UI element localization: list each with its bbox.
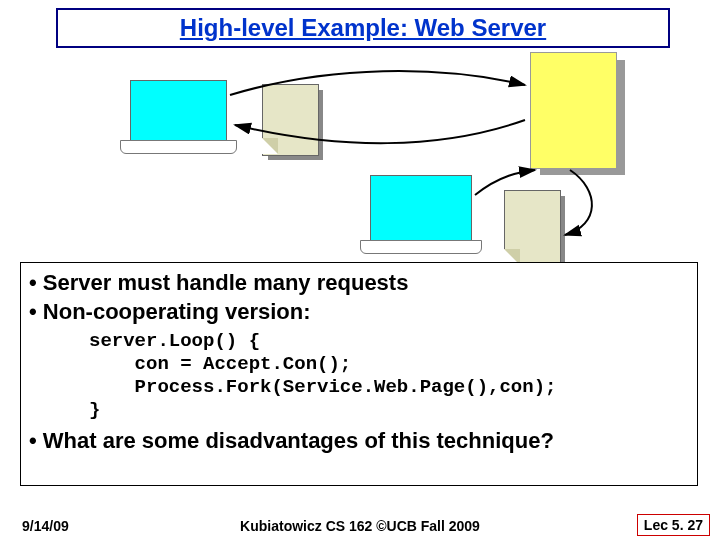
footer-slide-number: Lec 5. 27 [637,514,710,536]
bullet-2: Non-cooperating version: [29,298,689,327]
content-box: Server must handle many requests Non-coo… [20,262,698,486]
bullet-3: What are some disadvantages of this tech… [29,427,689,456]
code-block: server.Loop() { con = Accept.Con(); Proc… [89,330,689,421]
footer-center: Kubiatowicz CS 162 ©UCB Fall 2009 [0,518,720,534]
bullet-1: Server must handle many requests [29,269,689,298]
arrows-icon [0,0,720,300]
